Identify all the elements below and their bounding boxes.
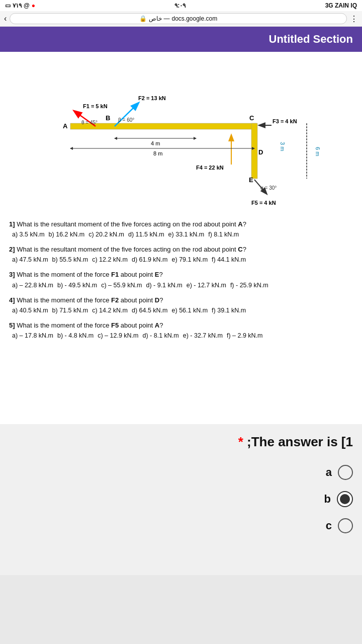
svg-text:E: E [249, 176, 253, 184]
q3-opt-d[interactable]: d) - 9.1 kN.m [146, 282, 182, 289]
question-4-title: 4] What is the moment of the force F2 ab… [9, 296, 353, 305]
svg-text:D: D [258, 148, 263, 156]
q4-opt-c[interactable]: c) 14.2 kN.m [92, 307, 128, 314]
url-prefix: خاص — [149, 15, 169, 22]
question-2: 2] What is the resultant moment of the f… [9, 245, 353, 263]
q5-opt-c[interactable]: c) – 12.9 kN.m [98, 332, 138, 339]
question-3: 3] What is the moment of the force F1 ab… [9, 270, 353, 288]
q2-opt-d[interactable]: d) 61.9 kN.m [132, 256, 168, 263]
q2-opt-f[interactable]: f) 44.1 kN.m [212, 256, 246, 263]
svg-text:F2 = 13 kN: F2 = 13 kN [138, 95, 166, 101]
q2-opt-b[interactable]: b) 55.5 kN.m [52, 256, 88, 263]
radio-circle-a[interactable] [338, 465, 353, 480]
answer-section: * ;The answer is [1 a b c [0, 424, 362, 575]
status-time: ٩:٠٩ [174, 2, 186, 9]
q2-opt-a[interactable]: a) 47.5 kN.m [12, 256, 48, 263]
section-title: Untitled Section [269, 33, 353, 45]
svg-text:θ = 45°: θ = 45° [81, 120, 98, 125]
q1-opt-b[interactable]: b) 16.2 kN.m [49, 231, 85, 238]
question-2-options: a) 47.5 kN.m b) 55.5 kN.m c) 12.2 kN.m d… [9, 256, 353, 263]
q1-opt-f[interactable]: f) 8.1 kN.m [208, 231, 239, 238]
svg-text:F3 = 4 kN: F3 = 4 kN [273, 118, 297, 124]
radio-circle-b[interactable] [337, 491, 353, 507]
asterisk: * [238, 434, 243, 449]
q1-opt-d[interactable]: d) 11.5 kN.m [128, 231, 164, 238]
q5-opt-a[interactable]: a) – 17.8 kN.m [12, 332, 53, 339]
status-bar: ▭ ٧١٩ @ ● ٩:٠٩ 3G ZAIN IQ [0, 0, 362, 11]
svg-text:8 m: 8 m [153, 150, 162, 156]
status-left: ▭ ٧١٩ @ ● [5, 2, 35, 9]
question-3-title: 3] What is the moment of the force F1 ab… [9, 270, 353, 279]
svg-rect-1 [251, 123, 257, 179]
radio-circle-c[interactable] [338, 518, 353, 533]
radio-option-a[interactable]: a [9, 465, 353, 480]
svg-text:3 m: 3 m [280, 142, 286, 151]
url-text: docs.google.com [171, 15, 217, 22]
q5-opt-d[interactable]: d) - 8.1 kN.m [143, 332, 179, 339]
q1-opt-a[interactable]: a) 3.5 kN.m [12, 231, 45, 238]
q5-opt-f[interactable]: f) – 2.9 kN.m [227, 332, 263, 339]
back-icon[interactable]: ‹ [4, 14, 7, 23]
svg-rect-0 [70, 123, 256, 129]
url-bar[interactable]: 🔒 خاص — docs.google.com [10, 13, 347, 24]
q3-opt-f[interactable]: f) - 25.9 kN.m [230, 282, 268, 289]
question-1: 1] What is the resultant moment of the f… [9, 220, 353, 238]
svg-text:B: B [106, 114, 110, 122]
radio-label-b: b [324, 493, 331, 506]
q2-opt-e[interactable]: e) 79.1 kN.m [172, 256, 208, 263]
svg-text:C: C [249, 114, 254, 122]
q2-opt-c[interactable]: c) 12.2 kN.m [92, 256, 128, 263]
svg-text:β = 60°: β = 60° [118, 117, 134, 123]
menu-icon[interactable]: ⋮ [350, 14, 358, 24]
q3-opt-e[interactable]: e) - 12.7 kN.m [187, 282, 226, 289]
q5-opt-b[interactable]: b) - 4.8 kN.m [57, 332, 94, 339]
q5-opt-e[interactable]: e) - 32.7 kN.m [183, 332, 223, 339]
radio-label-c: c [326, 519, 332, 532]
svg-text:6 m: 6 m [315, 147, 321, 156]
radio-option-c[interactable]: c [9, 518, 353, 533]
diagram-area: A B C D E F1 = 5 kN θ = 45° F2 = 13 kN β… [40, 64, 322, 215]
svg-text:A: A [63, 122, 68, 130]
question-4-options: a) 40.5 kN.m b) 71.5 kN.m c) 14.2 kN.m d… [9, 307, 353, 314]
question-5-options: a) – 17.8 kN.m b) - 4.8 kN.m c) – 12.9 k… [9, 332, 353, 339]
svg-text:F5 = 4 kN: F5 = 4 kN [251, 200, 276, 206]
q4-opt-b[interactable]: b) 71.5 kN.m [52, 307, 88, 314]
svg-line-11 [115, 103, 138, 126]
wifi-icon: @ [24, 2, 30, 9]
main-content: A B C D E F1 = 5 kN θ = 45° F2 = 13 kN β… [0, 52, 362, 424]
battery-icon: ▭ [5, 2, 11, 9]
answer-text: * ;The answer is [1 [9, 434, 353, 450]
radio-option-b[interactable]: b [9, 491, 353, 507]
q3-opt-c[interactable]: c) – 55.9 kN.m [101, 282, 142, 289]
question-4: 4] What is the moment of the force F2 ab… [9, 296, 353, 314]
section-header: Untitled Section [0, 27, 362, 52]
svg-text:4 m: 4 m [151, 140, 160, 146]
question-3-options: a) – 22.8 kN.m b) - 49.5 kN.m c) – 55.9 … [9, 282, 353, 289]
questions-section: 1] What is the resultant moment of the f… [9, 220, 353, 339]
question-5-title: 5] What is the moment of the force F5 ab… [9, 321, 353, 330]
q3-opt-b[interactable]: b) - 49.5 kN.m [57, 282, 97, 289]
q4-opt-a[interactable]: a) 40.5 kN.m [12, 307, 48, 314]
svg-text:F4 = 22 kN: F4 = 22 kN [196, 165, 224, 171]
browser-bar: ‹ 🔒 خاص — docs.google.com ⋮ [0, 11, 362, 27]
q4-opt-e[interactable]: e) 56.1 kN.m [172, 307, 208, 314]
lock-icon: 🔒 [139, 15, 147, 22]
svg-text:α = 30°: α = 30° [260, 185, 277, 191]
battery-percent: ٧١٩ [13, 2, 22, 9]
q3-opt-a[interactable]: a) – 22.8 kN.m [12, 282, 53, 289]
question-1-title: 1] What is the resultant moment of the f… [9, 220, 353, 229]
answer-label: ;The answer is [1 [247, 434, 353, 449]
q1-opt-c[interactable]: c) 20.2 kN.m [88, 231, 124, 238]
q4-opt-f[interactable]: f) 39.1 kN.m [212, 307, 246, 314]
svg-text:F1 = 5 kN: F1 = 5 kN [83, 103, 108, 109]
q1-opt-e[interactable]: e) 33.1 kN.m [168, 231, 205, 238]
q4-opt-d[interactable]: d) 64.5 kN.m [132, 307, 168, 314]
question-2-title: 2] What is the resultant moment of the f… [9, 245, 353, 254]
question-5: 5] What is the moment of the force F5 ab… [9, 321, 353, 339]
force-diagram: A B C D E F1 = 5 kN θ = 45° F2 = 13 kN β… [40, 64, 322, 215]
question-1-options: a) 3.5 kN.m b) 16.2 kN.m c) 20.2 kN.m d)… [9, 231, 353, 238]
dot-icon: ● [32, 2, 35, 9]
radio-label-a: a [326, 466, 332, 479]
network-info: 3G ZAIN IQ [325, 2, 357, 9]
